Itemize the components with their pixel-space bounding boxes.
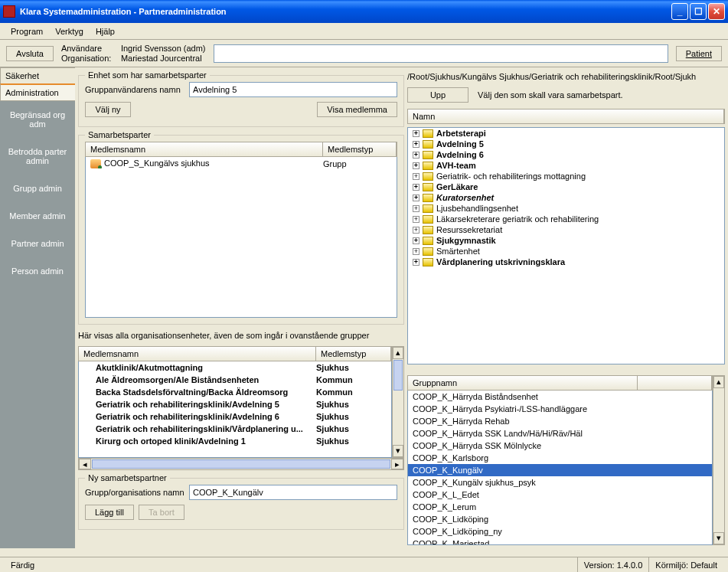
window-title: Klara Systemadministration - Partneradmi…	[20, 7, 671, 16]
expand-icon[interactable]: +	[413, 227, 419, 234]
scroll-right-icon[interactable]: ▸	[391, 459, 403, 469]
expand-icon[interactable]: +	[413, 152, 419, 159]
col-gruppnamn[interactable]: Gruppnamn	[408, 376, 638, 390]
ta-bort-button[interactable]: Ta bort	[139, 505, 184, 520]
valj-ny-button[interactable]: Välj ny	[85, 102, 131, 117]
expand-icon[interactable]: +	[413, 141, 419, 148]
tree-item[interactable]: +Resurssekretariat	[408, 224, 724, 235]
expand-icon[interactable]: +	[413, 248, 419, 255]
list-item[interactable]: COOP_K_Kungälv	[408, 464, 712, 476]
list-item[interactable]: COOP_K_Mariestad	[408, 538, 712, 545]
avsluta-button[interactable]: Avsluta	[6, 46, 54, 61]
expand-icon[interactable]: +	[413, 194, 419, 201]
list-item[interactable]: COOP_S_Kungälvs sjukhusGrupp	[86, 157, 397, 170]
expand-icon[interactable]: +	[413, 205, 419, 212]
list-item[interactable]: COOP_K_Härryda Rehab	[408, 415, 712, 427]
minimize-button[interactable]: _	[671, 3, 688, 20]
tab-administration[interactable]: Administration	[0, 83, 75, 101]
list-item[interactable]: COOP_K_Kungälv sjukhus_psyk	[408, 476, 712, 489]
tree-item[interactable]: +GerLäkare	[408, 181, 724, 192]
list-item[interactable]: COOP_K_Härryda Psykiatri-/LSS-handläggar…	[408, 403, 712, 415]
visa-medlemma-button[interactable]: Visa medlemma	[317, 102, 397, 117]
tree-item[interactable]: +Arbetsterapi	[408, 128, 724, 139]
close-button[interactable]: ✕	[708, 3, 725, 20]
org-units-hscroll[interactable]: ◂ ▸	[78, 458, 404, 470]
expand-icon[interactable]: +	[413, 259, 419, 266]
sidebar-item[interactable]: Person admin	[0, 257, 75, 285]
tree-item[interactable]: +Ljusbehandlingsenhet	[408, 203, 724, 214]
col-medlemstyp[interactable]: Medlemstyp	[323, 142, 397, 156]
patient-search-input[interactable]	[214, 44, 668, 63]
gruppnamn-vscroll[interactable]: ▴ ▾	[713, 375, 725, 545]
folder-icon	[423, 151, 433, 159]
list-item[interactable]: COOP_K_Härryda Biståndsenhet	[408, 391, 712, 403]
col-medlemsnamn-2[interactable]: Medlemsnamn	[79, 347, 316, 361]
tab-sakerhet[interactable]: Säkerhet	[0, 67, 75, 83]
grupp-input[interactable]	[189, 82, 397, 97]
list-item[interactable]: Akutklinik/AkutmottagningSjukhus	[79, 361, 391, 374]
expand-icon[interactable]: +	[413, 173, 419, 180]
tree-item[interactable]: +Kuratorsenhet	[408, 192, 724, 203]
org-units-list[interactable]: Akutklinik/AkutmottagningSjukhusAle Äldr…	[78, 361, 392, 458]
list-item[interactable]: COOP_K_Lidköping	[408, 513, 712, 525]
list-item[interactable]: COOP_K_Lerum	[408, 501, 712, 513]
expand-icon[interactable]: +	[413, 216, 419, 223]
org-units-table: Medlemsnamn Medlemstyp Akutklinik/Akutmo…	[78, 346, 404, 470]
expand-icon[interactable]: +	[413, 184, 419, 191]
menu-bar: Program Verktyg Hjälp	[0, 23, 728, 40]
org-units-vscroll[interactable]: ▴ ▾	[392, 346, 404, 458]
tree-item[interactable]: +Geriatrik- och rehabiliterings mottagni…	[408, 171, 724, 181]
tree-item[interactable]: +Smärtenhet	[408, 246, 724, 257]
gruppnamn-list[interactable]: COOP_K_Härryda BiståndsenhetCOOP_K_Härry…	[407, 391, 713, 545]
sidebar-item[interactable]: Grupp admin	[0, 175, 75, 202]
maximize-button[interactable]: ☐	[690, 3, 707, 20]
grupp-label: Gruppanvändarens namn	[85, 85, 184, 94]
col-medlemsnamn[interactable]: Medlemsnamn	[86, 142, 323, 156]
scroll-up-icon[interactable]: ▴	[393, 347, 403, 359]
scroll-thumb[interactable]	[393, 360, 403, 391]
list-item[interactable]: COOP_K_Lidköping_ny	[408, 525, 712, 538]
list-item[interactable]: Geriatrik och rehabiliteringsklinik/Avde…	[79, 398, 391, 410]
samarbetsparter-list[interactable]: COOP_S_Kungälvs sjukhusGrupp	[85, 157, 397, 318]
list-item[interactable]: Geriatrik och rehabiliteringsklinik/Vård…	[79, 423, 391, 435]
lagg-till-button[interactable]: Lägg till	[85, 505, 134, 520]
expand-icon[interactable]: +	[413, 130, 419, 137]
tree-item[interactable]: +Sjukgymnastik	[408, 235, 724, 246]
col-namn[interactable]: Namn	[408, 109, 724, 123]
scroll-thumb-h[interactable]	[92, 459, 390, 469]
list-item[interactable]: Geriatrik och rehabiliteringsklinik/Avde…	[79, 410, 391, 423]
scroll-left-icon[interactable]: ◂	[79, 459, 91, 469]
menu-program[interactable]: Program	[5, 25, 49, 38]
expand-icon[interactable]: +	[413, 162, 419, 169]
folder-icon	[423, 162, 433, 170]
col-gruppnamn-2[interactable]	[638, 376, 712, 390]
list-item[interactable]: COOP_K_Härryda SSK Landv/Hä/Hi/Räv/Häl	[408, 427, 712, 440]
gruppnamn-header: Gruppnamn	[407, 375, 713, 391]
col-medlemstyp-2[interactable]: Medlemstyp	[316, 347, 391, 361]
upp-button[interactable]: Upp	[407, 87, 468, 103]
sidebar-item[interactable]: Begränsad org adm	[0, 101, 75, 138]
tree-item[interactable]: +Läkarsekreterare geriatrik och rehabili…	[408, 214, 724, 224]
tree-item[interactable]: +AVH-team	[408, 160, 724, 171]
scroll-down-icon[interactable]: ▾	[713, 532, 724, 544]
tree-item[interactable]: +Avdelning 6	[408, 149, 724, 160]
menu-hjalp[interactable]: Hjälp	[90, 25, 121, 38]
expand-icon[interactable]: +	[413, 237, 419, 244]
list-item[interactable]: Kirurg och ortoped klinik/Avdelning 1Sju…	[79, 435, 391, 447]
list-item[interactable]: Backa Stadsdelsförvaltning/Backa Äldreom…	[79, 386, 391, 398]
tree-item[interactable]: +Avdelning 5	[408, 139, 724, 149]
tree-list[interactable]: +Arbetsterapi+Avdelning 5+Avdelning 6+AV…	[407, 127, 725, 364]
menu-verktyg[interactable]: Verktyg	[49, 25, 90, 38]
list-item[interactable]: COOP_K_L_Edet	[408, 489, 712, 501]
list-item[interactable]: Ale Äldreomsorgen/Ale BiståndsenhetenKom…	[79, 374, 391, 386]
ny-partner-input[interactable]	[189, 485, 397, 500]
sidebar-item[interactable]: Betrodda parter admin	[0, 138, 75, 175]
sidebar-item[interactable]: Member admin	[0, 202, 75, 230]
sidebar-item[interactable]: Partner admin	[0, 230, 75, 257]
list-item[interactable]: COOP_K_Karlsborg	[408, 452, 712, 464]
scroll-up-icon[interactable]: ▴	[713, 376, 724, 388]
scroll-down-icon[interactable]: ▾	[393, 445, 403, 457]
tree-item[interactable]: +Vårdplanering utskrivningsklara	[408, 257, 724, 267]
patient-button[interactable]: Patient	[676, 46, 722, 61]
list-item[interactable]: COOP_K_Härryda SSK Mölnlycke	[408, 440, 712, 452]
